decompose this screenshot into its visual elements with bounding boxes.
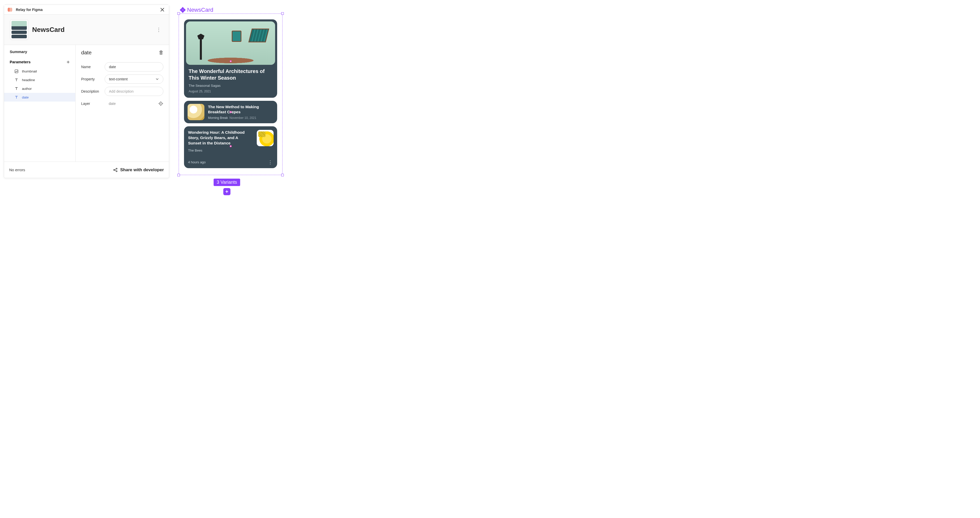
param-date[interactable]: date xyxy=(4,93,75,102)
variants-indicator: 3 Variants + xyxy=(213,179,240,195)
close-button[interactable] xyxy=(159,6,165,13)
description-input[interactable]: Add description xyxy=(105,87,163,96)
row-headline: The New Method to Making Breakfast Crepe… xyxy=(208,104,274,114)
param-author[interactable]: author xyxy=(4,84,75,93)
plugin-title: Relay for Figma xyxy=(16,8,43,12)
description-label: Description xyxy=(81,89,105,94)
hero-thumbnail xyxy=(186,21,275,65)
param-thumbnail[interactable]: thumbnail xyxy=(4,67,75,76)
component-set-label[interactable]: NewsCard xyxy=(180,6,213,13)
property-select[interactable]: text-content xyxy=(105,75,163,84)
text-icon xyxy=(14,87,18,91)
name-label: Name xyxy=(81,65,105,69)
share-with-developer-button[interactable]: Share with developer xyxy=(113,167,164,173)
component-set-name: NewsCard xyxy=(187,6,213,13)
svg-point-2 xyxy=(160,103,161,104)
selection-indicator-icon xyxy=(230,145,232,147)
row-thumbnail xyxy=(188,104,204,120)
audio-date: 4 hours ago xyxy=(188,160,206,164)
text-icon xyxy=(14,78,18,82)
newscard-hero-variant[interactable]: The Wonderful Architectures of This Wint… xyxy=(184,19,277,98)
section-summary[interactable]: Summary xyxy=(4,49,75,59)
resize-handle-tr[interactable] xyxy=(281,12,284,15)
variants-count-badge: 3 Variants xyxy=(213,179,240,186)
param-label: date xyxy=(22,95,29,99)
status-text: No errors xyxy=(9,168,25,172)
share-label: Share with developer xyxy=(120,167,164,173)
newscard-audio-variant[interactable]: Wondering Hour: A Childhood Story, Grizz… xyxy=(184,126,277,168)
parameter-editor: date Name date Property text-content xyxy=(76,45,169,162)
text-icon xyxy=(14,95,18,99)
param-label: thumbnail xyxy=(22,69,37,73)
component-thumbnail xyxy=(10,20,28,40)
resize-handle-bl[interactable] xyxy=(177,174,180,176)
plugin-titlebar: Relay for Figma xyxy=(4,5,169,14)
param-headline[interactable]: headline xyxy=(4,76,75,84)
svg-point-4 xyxy=(116,168,117,169)
row-author: Morning Break xyxy=(208,116,228,120)
svg-point-3 xyxy=(114,170,115,170)
section-parameters-header: Parameters ＋ xyxy=(4,59,75,67)
name-input[interactable]: date xyxy=(105,62,163,72)
svg-point-5 xyxy=(116,171,117,172)
add-parameter-button[interactable]: ＋ xyxy=(65,59,71,65)
delete-parameter-button[interactable] xyxy=(159,50,163,55)
selection-indicator-icon xyxy=(230,111,232,113)
hero-author: The Seasonal Sagas xyxy=(189,84,272,87)
audio-more-button[interactable]: ⋮ xyxy=(268,159,273,165)
hero-headline: The Wonderful Architectures of This Wint… xyxy=(189,68,272,81)
editor-title: date xyxy=(81,49,92,56)
audio-thumbnail xyxy=(257,130,274,146)
row-date: November 10, 2021 xyxy=(229,116,256,120)
add-variant-button[interactable]: + xyxy=(223,188,231,195)
component-set-icon xyxy=(180,8,185,12)
layer-value: date xyxy=(105,102,158,106)
component-name: NewsCard xyxy=(32,26,65,34)
layer-label: Layer xyxy=(81,102,105,106)
selection-indicator-icon xyxy=(230,60,232,62)
sidebar: Summary Parameters ＋ thumbnail headline xyxy=(4,45,76,162)
audio-headline: Wondering Hour: A Childhood Story, Grizz… xyxy=(188,130,252,146)
locate-layer-button[interactable] xyxy=(158,101,163,106)
resize-handle-tl[interactable] xyxy=(177,12,180,15)
property-label: Property xyxy=(81,77,105,81)
svg-rect-0 xyxy=(15,70,18,73)
param-label: headline xyxy=(22,78,35,82)
share-icon xyxy=(113,168,118,172)
newscard-row-variant[interactable]: The New Method to Making Breakfast Crepe… xyxy=(184,101,277,123)
relay-logo-icon xyxy=(8,8,13,12)
component-header: NewsCard ⋮ xyxy=(4,14,169,45)
audio-author: The Bees xyxy=(188,148,273,153)
hero-date: August 25, 2021 xyxy=(189,89,272,93)
component-more-button[interactable]: ⋮ xyxy=(155,25,163,34)
resize-handle-br[interactable] xyxy=(281,174,284,176)
param-label: author xyxy=(22,87,32,91)
image-icon xyxy=(14,69,18,73)
component-set-frame[interactable]: The Wonderful Architectures of This Wint… xyxy=(179,14,283,175)
relay-plugin-panel: Relay for Figma NewsCard ⋮ Summary Param… xyxy=(4,5,169,178)
parameters-label: Parameters xyxy=(10,60,30,64)
plugin-footer: No errors Share with developer xyxy=(4,162,169,178)
chevron-down-icon xyxy=(156,77,159,81)
variant-stack: The Wonderful Architectures of This Wint… xyxy=(184,19,277,168)
